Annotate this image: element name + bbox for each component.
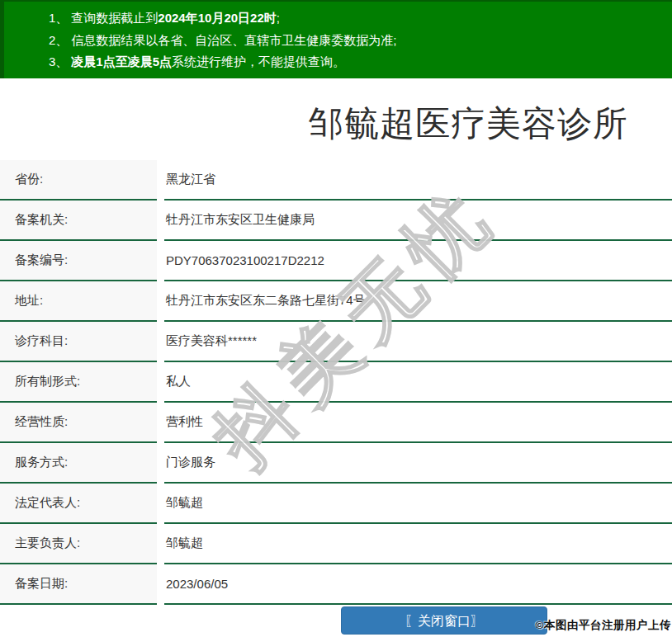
field-value: 牡丹江市东安区卫生健康局 (164, 201, 672, 241)
page-title: 邹毓超医疗美容诊所 (309, 101, 672, 147)
table-row: 法定代表人: 邹毓超 (0, 484, 672, 524)
field-label: 省份: (0, 160, 157, 201)
field-label: 诊疗科目: (0, 322, 157, 362)
notice-banner: 1、查询数据截止到2024年10月20日22时; 2、信息数据结果以各省、自治区… (0, 0, 672, 78)
field-label: 经营性质: (0, 403, 157, 443)
field-label: 地址: (0, 281, 157, 322)
field-value: 黑龙江省 (164, 160, 672, 201)
field-value: 牡丹江市东安区东二条路七星街74号 (164, 281, 672, 322)
notice-number: 3、 (49, 54, 68, 68)
table-row: 经营性质: 营利性 (0, 403, 672, 443)
field-label: 服务方式: (0, 443, 157, 484)
table-row: 主要负责人: 邹毓超 (0, 524, 672, 564)
field-value: PDY70637023100217D2212 (164, 241, 672, 281)
notice-line: 1、查询数据截止到2024年10月20日22时; (49, 7, 664, 30)
field-value: 邹毓超 (164, 524, 672, 564)
table-row: 备案编号: PDY70637023100217D2212 (0, 241, 672, 281)
notice-text: 信息数据结果以各省、自治区、直辖市卫生健康委数据为准; (71, 33, 396, 47)
field-value: 私人 (164, 362, 672, 403)
field-label: 主要负责人: (0, 524, 157, 564)
notice-line: 3、凌晨1点至凌晨5点系统进行维护，不能提供查询。 (49, 51, 664, 73)
notice-text-bold: 凌晨1点至凌晨5点 (71, 54, 172, 68)
field-label: 备案机关: (0, 201, 157, 241)
notice-number: 2、 (49, 33, 68, 47)
copyright-stamp: ©本图由平台注册用户上传 (536, 618, 671, 633)
close-window-button[interactable]: 〖关闭窗口〗 (341, 606, 547, 635)
table-row: 备案机关: 牡丹江市东安区卫生健康局 (0, 201, 672, 241)
field-label: 法定代表人: (0, 484, 157, 524)
field-label: 备案编号: (0, 241, 157, 281)
field-value: 邹毓超 (164, 484, 672, 524)
table-row: 地址: 牡丹江市东安区东二条路七星街74号 (0, 281, 672, 322)
field-value: 医疗美容科****** (164, 322, 672, 362)
table-row: 省份: 黑龙江省 (0, 160, 672, 201)
notice-text: 查询数据截止到 (71, 11, 158, 25)
notice-text: 系统进行维护，不能提供查询。 (172, 54, 345, 68)
notice-line: 2、信息数据结果以各省、自治区、直辖市卫生健康委数据为准; (49, 30, 664, 52)
field-label: 备案日期: (0, 564, 157, 605)
notice-number: 1、 (49, 11, 68, 25)
record-table: 省份: 黑龙江省 备案机关: 牡丹江市东安区卫生健康局 备案编号: PDY706… (0, 160, 672, 605)
field-value: 2023/06/05 (164, 564, 672, 605)
field-value: 门诊服务 (164, 443, 672, 484)
table-row: 服务方式: 门诊服务 (0, 443, 672, 484)
table-row: 诊疗科目: 医疗美容科****** (0, 322, 672, 362)
table-row: 所有制形式: 私人 (0, 362, 672, 403)
notice-text-bold: 2024年10月20日22时 (158, 11, 276, 25)
notice-text: ; (277, 11, 280, 25)
field-label: 所有制形式: (0, 362, 157, 403)
field-value: 营利性 (164, 403, 672, 443)
table-row: 备案日期: 2023/06/05 (0, 564, 672, 605)
